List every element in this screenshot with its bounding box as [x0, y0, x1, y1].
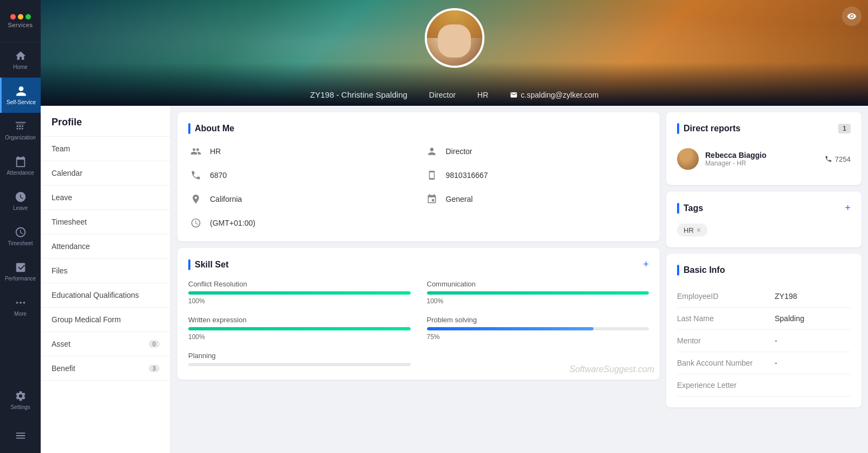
title-accent: [677, 123, 679, 134]
email-value: c.spalding@zylker.com: [521, 91, 598, 99]
timesheet-icon: [15, 226, 27, 238]
add-tag-button[interactable]: +: [845, 202, 851, 214]
nav-item-benefit[interactable]: Benefit 3: [41, 356, 170, 381]
banner-email: c.spalding@zylker.com: [510, 91, 598, 99]
skill-conflict-resolution: Conflict Resolution 100%: [188, 280, 411, 305]
sidebar-logo: Services: [0, 0, 41, 42]
basic-info-card: Basic Info EmployeeID ZY198 Last Name Sp…: [666, 254, 861, 407]
about-department: HR: [188, 144, 413, 159]
nav-item-educational[interactable]: Educational Qualifications: [41, 283, 170, 308]
sidebar-item-menu[interactable]: [0, 418, 41, 453]
self-service-label: Self-Service: [7, 99, 36, 105]
sidebar-item-leave[interactable]: Leave: [0, 183, 41, 219]
sidebar-item-timesheet[interactable]: Timesheet: [0, 219, 41, 254]
title-accent: [188, 259, 190, 270]
more-icon: [15, 297, 27, 309]
banner-employee-id: ZY198 - Christine Spalding: [310, 90, 407, 99]
skill-percent: 75%: [427, 333, 649, 341]
nav-item-team[interactable]: Team: [41, 137, 170, 161]
nav-item-files[interactable]: Files: [41, 259, 170, 283]
department-value: HR: [210, 147, 221, 156]
about-phone: 6870: [188, 168, 413, 183]
services-label: Services: [8, 22, 33, 28]
sidebar: Services Home Self-Service Organization …: [0, 0, 41, 453]
attendance-icon: [15, 156, 27, 168]
skill-name: Planning: [188, 352, 411, 360]
basic-info-row-last-name: Last Name Spalding: [677, 308, 851, 330]
skill-name: Conflict Resolution: [188, 280, 411, 288]
tag-hr: HR ×: [677, 224, 707, 237]
main-panels: About Me HR Direc: [171, 106, 868, 453]
basic-info-label: Basic Info: [684, 265, 851, 275]
organization-label: Organization: [5, 135, 36, 141]
banner-department: HR: [477, 91, 488, 99]
skill-name: Communication: [427, 280, 649, 288]
nav-item-attendance[interactable]: Attendance: [41, 234, 170, 259]
nav-item-asset[interactable]: Asset 0: [41, 332, 170, 356]
skill-bar-bg: [188, 291, 411, 295]
main-content: ZY198 - Christine Spalding Director HR c…: [41, 0, 868, 453]
skill-name: Problem solving: [427, 316, 649, 324]
timesheet-label: Timesheet: [8, 240, 33, 246]
phone-icon: [825, 155, 832, 163]
nav-item-timesheet[interactable]: Timesheet: [41, 210, 170, 234]
dot-green: [25, 14, 31, 20]
nav-item-leave[interactable]: Leave: [41, 186, 170, 210]
sidebar-item-home[interactable]: Home: [0, 42, 41, 78]
tags-title: Tags +: [677, 202, 851, 214]
sidebar-item-settings[interactable]: Settings: [0, 382, 41, 418]
field-value: -: [775, 336, 777, 345]
report-phone: 7254: [825, 155, 851, 163]
mobile-value: 9810316667: [446, 171, 488, 180]
mobile-icon: [424, 168, 439, 183]
banner-title: Director: [429, 91, 456, 99]
about-title: Director: [424, 144, 649, 159]
tag-remove-button[interactable]: ×: [697, 226, 701, 234]
add-skill-button[interactable]: +: [643, 259, 649, 270]
skill-name: Written expression: [188, 316, 411, 324]
profile-banner: ZY198 - Christine Spalding Director HR c…: [41, 0, 868, 106]
skill-communication: Communication 100%: [427, 280, 649, 305]
skill-written-expression: Written expression 100%: [188, 316, 411, 341]
sidebar-item-attendance[interactable]: Attendance: [0, 148, 41, 183]
phone-value: 6870: [210, 171, 227, 180]
field-label: EmployeeID: [677, 292, 775, 301]
skill-bar-fill: [427, 291, 649, 295]
report-avatar: [677, 148, 699, 170]
field-value: ZY198: [775, 292, 797, 301]
tags-card: Tags + HR ×: [666, 192, 861, 247]
direct-reports-label: Direct reports: [684, 124, 834, 133]
location-value: California: [210, 195, 242, 203]
performance-icon: [15, 261, 27, 273]
field-label: Bank Account Number: [677, 359, 775, 367]
direct-reports-title: Direct reports 1: [677, 123, 851, 134]
skill-percent: 100%: [427, 297, 649, 305]
svg-point-1: [20, 302, 22, 304]
sidebar-item-self-service[interactable]: Self-Service: [0, 78, 41, 113]
sidebar-item-organization[interactable]: Organization: [0, 113, 41, 148]
home-icon: [15, 50, 27, 62]
skill-problem-solving: Problem solving 75%: [427, 316, 649, 341]
settings-label: Settings: [10, 404, 30, 410]
right-panel: Direct reports 1 Rebecca Biaggio Manager…: [666, 112, 861, 446]
timezone-icon: [188, 215, 203, 231]
field-label: Last Name: [677, 314, 775, 323]
nav-item-group-medical[interactable]: Group Medical Form: [41, 308, 170, 332]
left-nav: Profile Team Calendar Leave Timesheet At…: [41, 106, 171, 453]
sidebar-item-more[interactable]: More: [0, 289, 41, 324]
report-info: Rebecca Biaggio Manager - HR: [705, 151, 818, 167]
logo-dots: [10, 14, 31, 20]
nav-item-calendar[interactable]: Calendar: [41, 161, 170, 186]
direct-reports-card: Direct reports 1 Rebecca Biaggio Manager…: [666, 112, 861, 185]
about-me-label: About Me: [195, 124, 649, 133]
dot-yellow: [18, 14, 23, 20]
skill-bar-bg: [188, 327, 411, 330]
direct-reports-count: 1: [838, 124, 851, 133]
skill-set-title: Skill Set +: [188, 259, 649, 270]
sidebar-item-performance[interactable]: Performance: [0, 254, 41, 289]
organization-icon: [15, 120, 27, 132]
skill-percent: 100%: [188, 333, 411, 341]
attendance-label: Attendance: [7, 170, 34, 176]
direct-report-item: Rebecca Biaggio Manager - HR 7254: [677, 144, 851, 174]
view-toggle-button[interactable]: [842, 7, 861, 26]
